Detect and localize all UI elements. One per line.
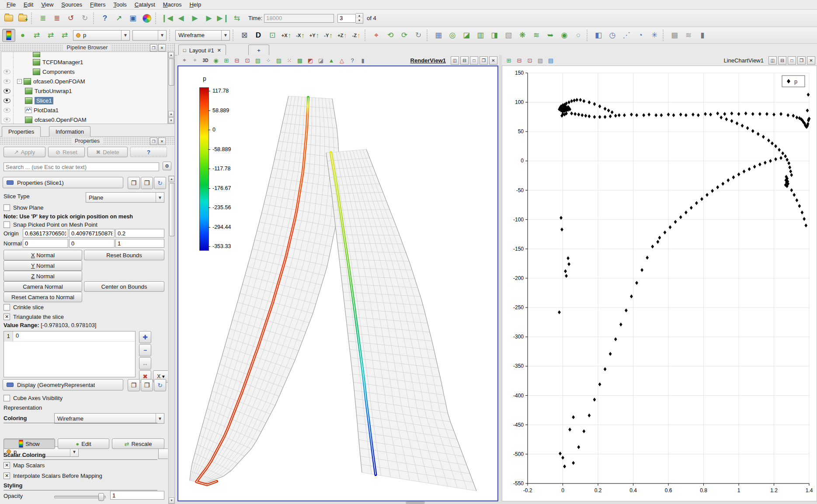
menu-file[interactable]: File	[3, 0, 20, 9]
zoom-fit-icon[interactable]: ⊡	[243, 55, 252, 65]
visibility-eye-icon[interactable]	[3, 69, 10, 74]
coloring-component-combo[interactable]: ▼	[158, 449, 168, 459]
close-button[interactable]: ✕	[489, 56, 497, 65]
array-selector-combo[interactable]: p ▼	[73, 30, 130, 41]
pipeline-item-ofcase0.openfoam[interactable]: −ofcase0.OpenFOAM	[1, 76, 167, 86]
pick-center-icon[interactable]: ⌖	[370, 29, 383, 42]
z-normal-button[interactable]: Z Normal	[3, 271, 82, 281]
normal-x-field[interactable]	[23, 239, 68, 248]
calculator-filter-icon[interactable]: ▦	[432, 29, 445, 42]
chart-view-name[interactable]: LineChartView1	[723, 57, 764, 64]
value-range-icon[interactable]: ↔	[139, 357, 151, 369]
tab-properties[interactable]: Properties	[2, 126, 41, 137]
view-plus-y-icon[interactable]: +Y↑	[308, 29, 321, 42]
temporal-statistics-icon[interactable]: ◔	[634, 29, 647, 42]
select-points-rect-icon[interactable]: ⁘	[264, 55, 273, 65]
split-vertical-button[interactable]: ⊟	[778, 56, 786, 65]
zoom-out-box-icon[interactable]: ⊟	[232, 55, 242, 65]
interactive-select-points-icon[interactable]: ◪	[316, 55, 326, 65]
select-block-icon[interactable]: ▩	[295, 55, 305, 65]
copy-display-icon[interactable]: ❐	[128, 379, 140, 391]
delete-button[interactable]: ✖ Delete	[87, 147, 128, 157]
representation-selector-combo[interactable]: Wireframe ▼	[175, 30, 230, 41]
reset-button[interactable]: ⊘ Reset	[48, 147, 85, 157]
selection-help-icon[interactable]: ?	[348, 55, 357, 65]
reset-defaults-icon[interactable]: ↻	[154, 177, 166, 189]
disconnect-server-icon[interactable]: ≣	[50, 12, 63, 25]
group-datasets-icon[interactable]: ◉	[558, 29, 571, 42]
new-layout-tab[interactable]: +	[248, 45, 269, 55]
pipeline-item-tcfdmanager1[interactable]: TCFDManager1	[1, 57, 167, 67]
menu-catalyst[interactable]: Catalyst	[131, 0, 159, 9]
add-value-icon[interactable]: ✚	[139, 331, 151, 343]
toggle-3d-icon[interactable]: 3D	[201, 55, 210, 65]
center-on-bounds-button[interactable]: Center on Bounds	[84, 281, 164, 292]
origin-z-field[interactable]	[115, 229, 164, 238]
camera-undo-icon[interactable]: ◉	[211, 55, 221, 65]
snap-point-checkbox[interactable]: ✕ Snap Picked Point on Mesh Point	[3, 221, 97, 228]
apply-button[interactable]: ↗ Apply	[3, 147, 45, 157]
ungroup-datasets-icon[interactable]: ○	[572, 29, 585, 42]
rescale-to-custom-range-icon[interactable]: ⇄	[44, 29, 57, 42]
chart-select-icon[interactable]: ▧	[535, 55, 545, 65]
spin-up-icon[interactable]: ▲	[356, 14, 363, 18]
origin-y-field[interactable]	[69, 229, 115, 238]
view-minus-x-icon[interactable]: -X↑	[294, 29, 307, 42]
search-input[interactable]	[3, 162, 159, 171]
frame-spinner[interactable]: ▲▼	[356, 13, 363, 24]
surface-lic-icon[interactable]: ≋	[682, 29, 695, 42]
parallel-blocks-icon[interactable]: ▮	[696, 29, 709, 42]
origin-x-field[interactable]	[23, 229, 68, 238]
hover-cells-icon[interactable]: ▲	[327, 55, 336, 65]
hover-points-icon[interactable]: △	[337, 55, 347, 65]
render-view[interactable]: p 117.7858.8890-58.889-117.78-176.67-235…	[177, 66, 498, 501]
save-state-icon[interactable]: +	[16, 12, 29, 25]
view-plus-z-icon[interactable]: +Z↑	[336, 29, 349, 42]
crinkle-slice-checkbox[interactable]: ✕ Crinkle slice	[3, 303, 44, 311]
redo-icon[interactable]: ↻	[78, 12, 91, 25]
time-input[interactable]	[264, 14, 334, 23]
float-dock-button[interactable]: ❐	[150, 138, 157, 145]
pipeline-item-components[interactable]: Components	[1, 67, 167, 76]
pipeline-item-plotdata1[interactable]: PlotData1	[1, 105, 167, 115]
slice-values-list[interactable]: 1 0	[3, 331, 136, 377]
clear-selection-icon[interactable]: ▮	[358, 55, 368, 65]
edit-color-map-button[interactable]: ● Edit	[58, 438, 109, 449]
reset-camera-to-normal-button[interactable]: Reset Camera to Normal	[3, 292, 82, 302]
color-palette-icon[interactable]	[140, 12, 153, 25]
menu-edit[interactable]: Edit	[20, 0, 37, 9]
search-options-icon[interactable]: ⚙︎	[163, 162, 171, 170]
zoom-box-icon[interactable]: ⊞	[222, 55, 231, 65]
pipeline-scrollbar[interactable]: ▲ ▲ ▼	[168, 52, 174, 124]
menu-sources[interactable]: Sources	[57, 0, 86, 9]
visibility-eye-icon[interactable]	[3, 98, 10, 103]
render-view-name[interactable]: RenderView1	[410, 57, 446, 64]
pick-center-view-icon[interactable]: ⌖	[180, 55, 189, 65]
menu-tools[interactable]: Tools	[109, 0, 130, 9]
visibility-eye-icon[interactable]	[3, 108, 10, 113]
interactive-select-cells-icon[interactable]: ◩	[306, 55, 315, 65]
opacity-slider[interactable]	[54, 496, 106, 498]
pipeline-item-slice1[interactable]: Slice1	[1, 96, 167, 105]
split-horizontal-button[interactable]: ◫	[451, 56, 459, 65]
view-minus-y-icon[interactable]: -Y↑	[322, 29, 335, 42]
threshold-filter-icon[interactable]: ◨	[488, 29, 501, 42]
map-scalars-checkbox[interactable]: ✕ Map Scalars	[3, 461, 45, 469]
normal-z-field[interactable]	[115, 239, 164, 248]
stream-tracer-filter-icon[interactable]: ≋	[530, 29, 543, 42]
display-section-header[interactable]: Display (GeometryRepresentat	[3, 379, 123, 390]
edit-color-map-icon[interactable]: ●	[16, 29, 29, 42]
temporal-interpolator-icon[interactable]: ◷	[606, 29, 619, 42]
copy-properties-icon[interactable]: ❐	[128, 177, 140, 189]
visibility-eye-icon[interactable]	[3, 79, 10, 84]
reset-bounds-button[interactable]: Reset Bounds	[84, 250, 164, 260]
line-chart-view[interactable]: 150100500-50-100-150-200-250-300-350-400…	[502, 66, 817, 501]
view-minus-z-icon[interactable]: -Z↑	[350, 29, 363, 42]
rotate-90-ccw-icon[interactable]: ⟲	[384, 29, 397, 42]
y-normal-button[interactable]: Y Normal	[3, 260, 82, 271]
maximize-button[interactable]: □	[788, 56, 796, 65]
paste-display-icon[interactable]: ❒	[141, 379, 153, 391]
reset-camera-icon[interactable]: ⊠	[238, 29, 251, 42]
remove-value-icon[interactable]: −	[139, 344, 151, 356]
interpolate-scalars-checkbox[interactable]: ✕ Interpolate Scalars Before Mapping	[3, 472, 102, 480]
